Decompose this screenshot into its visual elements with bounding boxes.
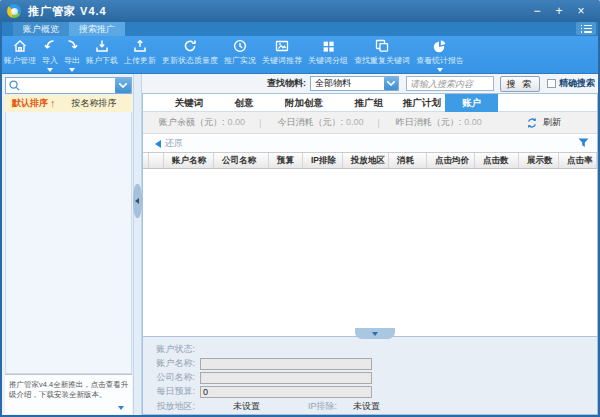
toolbar-promotion-live-button[interactable]: 推广实况 bbox=[222, 36, 258, 66]
refresh-icon bbox=[182, 38, 198, 54]
search-input[interactable] bbox=[406, 76, 494, 91]
toolbar-update-status-button[interactable]: 更新状态质量度 bbox=[160, 36, 220, 66]
sort-by-name-button[interactable]: 按名称排序 bbox=[72, 97, 117, 110]
tab-promotion-plans[interactable]: 推广计划 bbox=[399, 94, 445, 112]
toolbar-import-button[interactable]: 导入 bbox=[40, 36, 60, 72]
material-search-bar: 查找物料: 全部物料 搜 索 精确搜索 bbox=[142, 74, 598, 93]
ip-exclude-value: 未设置 bbox=[353, 400, 380, 413]
splitter-collapse-handle[interactable] bbox=[133, 184, 142, 218]
toolbar-keyword-recommend-button[interactable]: 关键词推荐 bbox=[260, 36, 304, 66]
table-header-cell[interactable]: 公司名称 bbox=[214, 153, 269, 168]
tab-creatives[interactable]: 创意 bbox=[219, 94, 269, 112]
account-list[interactable] bbox=[5, 112, 132, 374]
duplicate-keywords-icon bbox=[374, 38, 390, 54]
table-body[interactable] bbox=[143, 170, 597, 336]
tab-extended-creatives[interactable]: 附加创意 bbox=[269, 94, 339, 112]
account-status-label: 账户状态: bbox=[143, 343, 195, 356]
tab-account[interactable]: 账户 bbox=[445, 94, 498, 112]
import-icon bbox=[42, 38, 58, 54]
grid-icon bbox=[321, 38, 336, 54]
clock-icon bbox=[232, 38, 248, 54]
table-header-cell[interactable] bbox=[149, 153, 164, 168]
account-name-field[interactable] bbox=[200, 358, 372, 370]
toolbar-account-download-button[interactable]: 账户下载 bbox=[84, 36, 120, 66]
table-header-cell[interactable]: 点击数 bbox=[475, 153, 519, 168]
material-tabs: 关键词 创意 附加创意 推广组 推广计划 账户 bbox=[143, 94, 597, 112]
search-icon bbox=[8, 79, 21, 92]
filter-icon[interactable] bbox=[578, 138, 589, 150]
account-name-label: 账户名称: bbox=[143, 357, 195, 370]
table-header-cell[interactable]: 预算 bbox=[269, 153, 303, 168]
search-button[interactable]: 搜 索 bbox=[500, 76, 540, 92]
tab-promotion-groups[interactable]: 推广组 bbox=[339, 94, 399, 112]
restore-button[interactable]: 还原 bbox=[165, 137, 183, 150]
toolbar-keyword-group-button[interactable]: 关键词分组 bbox=[306, 36, 350, 66]
daily-budget-label: 每日预算: bbox=[143, 385, 195, 398]
download-icon bbox=[94, 38, 110, 54]
region-value: 未设置 bbox=[233, 400, 260, 413]
app-logo-icon bbox=[7, 4, 21, 18]
upgrade-notice[interactable]: 推广管家v4.4全新推出，点击查看升级介绍，下载安装全新版本。 bbox=[5, 374, 132, 414]
chevron-down-icon bbox=[384, 77, 398, 90]
app-window: 推广管家 V4.4 − + × 账户概览 搜索推广 账户管理 导入 导出 bbox=[0, 0, 600, 417]
sort-default-button[interactable]: 默认排序 bbox=[12, 97, 48, 110]
maximize-button[interactable]: + bbox=[548, 1, 570, 21]
table-header-cell[interactable]: 消耗 bbox=[389, 153, 427, 168]
toolbar-statistics-report-button[interactable]: 查看统计报告 bbox=[414, 36, 466, 72]
company-name-field[interactable] bbox=[200, 372, 372, 384]
pie-chart-icon bbox=[432, 38, 448, 54]
upload-icon bbox=[132, 38, 148, 54]
title-bar: 推广管家 V4.4 − + × bbox=[0, 0, 600, 22]
ip-exclude-label: IP排除: bbox=[308, 400, 337, 413]
dropdown-caret-icon bbox=[69, 68, 75, 72]
dropdown-caret-icon bbox=[47, 68, 53, 72]
sidebar: 默认排序 ↑ 按名称排序 推广管家v4.4全新推出，点击查看升级介绍，下载安装全… bbox=[2, 74, 133, 415]
toolbar: 账户管理 导入 导出 账户下载 上传更新 更新状态质量度 推广实况 bbox=[2, 36, 598, 74]
account-stats-bar: 账户余额（元）:0.00 | 今日消耗（元）:0.00 | 昨日消耗（元）:0.… bbox=[143, 112, 597, 134]
table-header-cell[interactable]: 点击均价 bbox=[427, 153, 475, 168]
export-icon bbox=[64, 38, 80, 54]
material-type-select[interactable]: 全部物料 bbox=[310, 76, 399, 91]
tab-search-promotion[interactable]: 搜索推广 bbox=[69, 22, 125, 36]
table-header-cell[interactable]: IP排除 bbox=[303, 153, 343, 168]
menu-icon bbox=[581, 25, 592, 33]
restore-icon bbox=[155, 140, 161, 148]
close-button[interactable]: × bbox=[570, 1, 592, 21]
account-balance: 账户余额（元）:0.00 bbox=[159, 116, 245, 129]
nav-tab-bar: 账户概览 搜索推广 bbox=[2, 22, 598, 36]
exact-search-checkbox[interactable] bbox=[547, 79, 556, 88]
sidebar-splitter[interactable] bbox=[133, 74, 142, 415]
main-panel: 关键词 创意 附加创意 推广组 推广计划 账户 账户余额（元）:0.00 | 今… bbox=[142, 93, 598, 415]
tab-account-overview[interactable]: 账户概览 bbox=[13, 22, 69, 36]
collapse-panel-button[interactable] bbox=[355, 328, 395, 339]
chevron-down-icon[interactable] bbox=[115, 78, 131, 93]
table-header-cell[interactable]: 账户名称 bbox=[164, 153, 214, 168]
refresh-icon bbox=[526, 117, 538, 129]
exact-search-label: 精确搜索 bbox=[559, 77, 595, 90]
minimize-button[interactable]: − bbox=[526, 1, 548, 21]
region-label: 投放地区: bbox=[143, 400, 195, 413]
table-header-cell[interactable]: 展示数 bbox=[519, 153, 559, 168]
toolbar-export-button[interactable]: 导出 bbox=[62, 36, 82, 72]
picture-icon bbox=[274, 38, 290, 54]
home-icon bbox=[12, 38, 28, 54]
toolbar-upload-update-button[interactable]: 上传更新 bbox=[122, 36, 158, 66]
sidebar-sort-bar: 默认排序 ↑ 按名称排序 bbox=[5, 95, 132, 112]
account-detail-form: 账户状态: 账户名称: 公司名称: 每日预算: 投 bbox=[143, 336, 597, 414]
toolbar-find-duplicate-button[interactable]: 查找重复关键词 bbox=[352, 36, 412, 66]
company-name-label: 公司名称: bbox=[143, 371, 195, 384]
sidebar-account-filter[interactable] bbox=[5, 77, 132, 94]
refresh-button[interactable]: 刷新 bbox=[526, 116, 561, 129]
app-title: 推广管家 V4.4 bbox=[28, 4, 107, 19]
table-header-cell[interactable]: 投放地区 bbox=[343, 153, 389, 168]
toolbar-account-manage-button[interactable]: 账户管理 bbox=[2, 36, 38, 66]
daily-budget-field[interactable] bbox=[200, 386, 372, 398]
today-consumption: 今日消耗（元）:0.00 bbox=[277, 116, 363, 129]
tab-keywords[interactable]: 关键词 bbox=[159, 94, 219, 112]
search-scope-label: 查找物料: bbox=[267, 77, 306, 90]
notice-caret-icon[interactable] bbox=[118, 406, 124, 410]
collapse-caret-icon bbox=[372, 332, 378, 336]
restore-bar: 还原 bbox=[143, 135, 597, 152]
table-header-cell[interactable]: 点击率 bbox=[559, 153, 597, 168]
menu-button[interactable] bbox=[576, 22, 596, 35]
